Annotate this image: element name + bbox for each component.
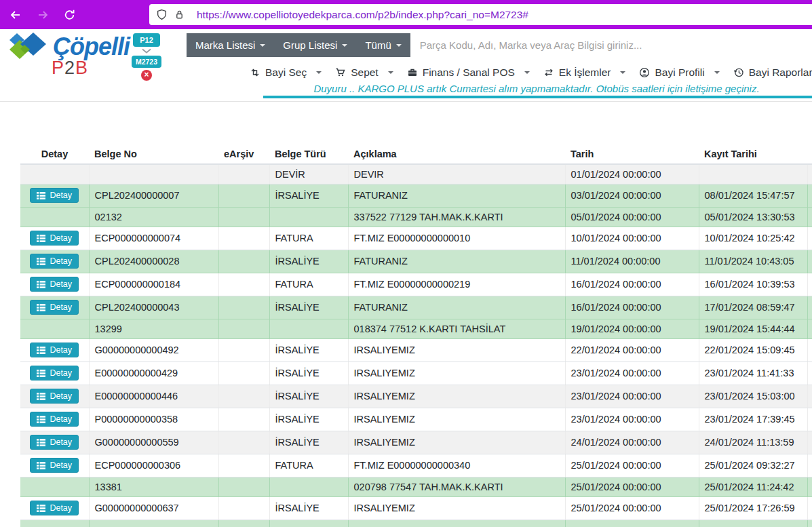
cell-detay: Detay	[20, 184, 89, 207]
logo-diamond-icon	[8, 32, 47, 62]
detay-button-label: Detay	[50, 280, 72, 289]
detay-button[interactable]: Detay	[30, 277, 79, 292]
col-header-tarih: Tarih	[565, 144, 699, 164]
detay-button[interactable]: Detay	[30, 188, 79, 203]
chevron-down-icon	[388, 71, 393, 74]
col-header-aciklama: Açıklama	[348, 144, 565, 164]
cell-extra	[807, 454, 812, 477]
cell-belge-turu	[269, 477, 348, 496]
cell-detay: Detay	[20, 408, 89, 431]
menu-item-sepet[interactable]: Sepet	[328, 66, 400, 79]
cell-extra	[807, 296, 812, 319]
cell-belge-no: CPL202400000043	[89, 296, 218, 319]
detay-button[interactable]: Detay	[30, 366, 79, 381]
cell-tarih: 24/01/2024 00:00:00	[565, 431, 699, 454]
cell-aciklama: FT.MIZ E00000000000340	[348, 454, 565, 477]
cell-tarih: 01/01/2024 00:00:00	[565, 164, 699, 184]
cell-extra	[807, 227, 812, 250]
cell-belge-no: CPL202400000028	[89, 250, 218, 273]
detay-button[interactable]: Detay	[30, 412, 79, 427]
cell-belge-turu: İRSALİYE	[269, 385, 348, 408]
cell-extra	[807, 184, 812, 207]
table-row: DetayCPL202400000043İRSALİYEFATURANIZ16/…	[20, 296, 812, 319]
detay-button[interactable]: Detay	[30, 254, 79, 269]
search-input[interactable]	[410, 33, 812, 57]
cell-kayit-tarihi: 25/01/2024 09:32:27	[699, 454, 807, 477]
logo-sub-p: P	[52, 58, 64, 78]
chevron-down-icon	[342, 44, 347, 47]
cell-tarih: 10/01/2024 00:00:00	[565, 227, 699, 250]
url-bar[interactable]: https://www.copelliotoyedekparca.com/p2b…	[149, 4, 812, 25]
detay-button[interactable]: Detay	[30, 389, 79, 404]
cell-extra	[807, 385, 812, 408]
cell-earsiv	[218, 338, 269, 362]
cell-aciklama: IRSALIYEMIZ	[348, 338, 565, 362]
history-icon	[733, 67, 744, 78]
cell-extra	[807, 496, 812, 520]
cell-belge-turu: İRSALİYE	[269, 431, 348, 454]
detay-button[interactable]: Detay	[30, 231, 79, 246]
cell-kayit-tarihi	[699, 164, 807, 184]
cell-belge-turu	[269, 319, 348, 338]
cell-detay	[20, 477, 89, 496]
forward-icon[interactable]	[33, 5, 53, 25]
cell-belge-no: E00000000000429	[89, 362, 218, 385]
list-icon	[37, 370, 45, 377]
nav-item-grup-listesi[interactable]: Grup Listesi	[274, 33, 356, 57]
cell-earsiv	[218, 408, 269, 431]
shield-icon[interactable]	[156, 9, 168, 20]
nav-item-label: Marka Listesi	[195, 39, 255, 51]
cell-belge-turu: FATURA	[269, 454, 348, 477]
cell-belge-no: CPL202400000007	[89, 184, 218, 207]
user-icon	[639, 67, 650, 78]
primary-nav-items: Marka ListesiGrup ListesiTümü	[187, 33, 410, 57]
detay-button-label: Detay	[50, 257, 72, 266]
detay-button[interactable]: Detay	[30, 435, 79, 450]
cell-kayit-tarihi: 23/01/2024 17:39:45	[699, 408, 807, 431]
nav-item-marka-listesi[interactable]: Marka Listesi	[187, 33, 274, 57]
col-header-belge-no: Belge No	[89, 144, 218, 164]
badge-cari-no[interactable]: M2723	[132, 56, 161, 68]
menu-item-finans-sanal-pos[interactable]: Finans / Sanal POS	[400, 66, 537, 79]
lock-icon	[174, 9, 185, 20]
menu-item-bayi-raporlar[interactable]: Bayi Raporları	[727, 66, 812, 79]
cell-aciklama: FATURANIZ	[348, 296, 565, 319]
cell-belge-no: ECP000000000306	[89, 454, 218, 477]
cell-tarih: 23/01/2024 00:00:00	[565, 408, 699, 431]
detay-button[interactable]: Detay	[30, 458, 79, 473]
detay-button[interactable]: Detay	[30, 501, 79, 516]
detay-button[interactable]: Detay	[30, 343, 79, 358]
cell-extra	[807, 362, 812, 385]
account-badges: P12 M2723 ×	[130, 33, 163, 81]
ticker-underline	[263, 96, 812, 98]
repeat-icon	[250, 67, 260, 78]
clear-cari-icon[interactable]: ×	[141, 70, 152, 81]
cell-tarih	[565, 520, 699, 527]
back-icon[interactable]	[5, 5, 26, 25]
menu-item-bayi-se[interactable]: Bayi Seç	[243, 66, 328, 79]
refresh-icon[interactable]	[60, 5, 80, 25]
menu-item-label: Bayi Raporları	[749, 66, 812, 79]
cell-belge-turu: İRSALİYE	[269, 338, 348, 362]
cell-tarih: 22/01/2024 00:00:00	[565, 338, 699, 362]
cell-extra	[807, 431, 812, 454]
cell-tarih: 16/01/2024 00:00:00	[565, 273, 699, 296]
list-icon	[37, 347, 45, 354]
cell-belge-no: P00000000000358	[89, 408, 218, 431]
documents-table: Detay Belge No eArşiv Belge Türü Açıklam…	[20, 144, 812, 527]
menu-item-label: Ek İşlemler	[559, 66, 611, 79]
cell-kayit-tarihi: 05/01/2024 13:30:53	[699, 207, 807, 227]
cell-kayit-tarihi: 23/01/2024 15:03:00	[699, 385, 807, 408]
cell-detay	[20, 319, 89, 338]
cell-earsiv	[218, 496, 269, 520]
cell-aciklama: 020798 77547 TAH.MAK.K.KARTI	[348, 477, 565, 496]
nav-item-t-m[interactable]: Tümü	[356, 33, 410, 57]
chevron-down-icon[interactable]	[141, 48, 152, 54]
detay-button[interactable]: Detay	[30, 300, 79, 315]
badge-p12[interactable]: P12	[133, 33, 160, 47]
menu-item-bayi-profili[interactable]: Bayi Profili	[632, 66, 726, 79]
menu-item-ek-i-lemler[interactable]: Ek İşlemler	[537, 66, 633, 79]
table-row	[20, 520, 812, 527]
cell-tarih: 16/01/2024 00:00:00	[565, 296, 699, 319]
cell-extra	[807, 207, 812, 227]
